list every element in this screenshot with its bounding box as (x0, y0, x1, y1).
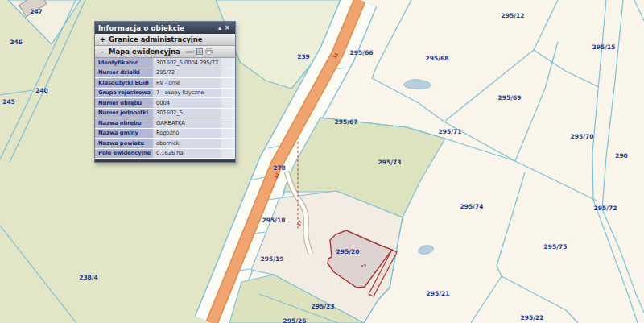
attribute-filler (221, 78, 235, 88)
parcel-number-label: 295/73 (378, 159, 402, 166)
attribute-row: Numer obrębu0004 (95, 98, 235, 109)
parcel-number-label: 295/26 (283, 317, 307, 323)
parcel-number-label: 295/75 (544, 243, 568, 251)
attribute-label: Nazwa powiatu (95, 139, 153, 148)
attribute-filler (221, 58, 235, 68)
popup-title: Informacja o obiekcie (98, 24, 217, 32)
attribute-label: Nazwa gminy (95, 129, 153, 139)
parcel-number-label: 245 (2, 98, 15, 106)
attribute-value: Rogoźno (153, 129, 221, 139)
popup-bottom-bar (95, 159, 235, 162)
expand-plus-icon: + (100, 35, 105, 43)
parcel-number-label: 295/67 (335, 118, 358, 126)
attribute-row: Identyfikator301602_5.0004.295/72 (95, 58, 235, 68)
attribute-label: Numer jednostki (95, 109, 153, 118)
attribute-row: Nazwa obrębuGARBATKA (95, 118, 235, 129)
attribute-filler (221, 149, 235, 159)
parcel-number-label: 295/71 (439, 128, 462, 135)
attribute-filler (221, 68, 235, 78)
section-mapa-ewidencyjna[interactable]: - Mapa ewidencyjna xml (95, 46, 235, 58)
attribute-label: Numer obrębu (95, 98, 153, 108)
parcel-number-label: 247 (30, 8, 43, 15)
attribute-value: 0004 (153, 98, 221, 108)
parcel-number-label: 278 (273, 164, 286, 172)
attribute-label: Grupa rejestrowa (95, 89, 153, 98)
attribute-label: Numer działki (95, 68, 153, 78)
parcel-number-label: 295/20 (336, 248, 360, 255)
attribute-filler (221, 139, 235, 148)
xml-icon[interactable]: xml (186, 49, 195, 54)
parcel-number-label: 295/23 (312, 303, 335, 310)
section-label: Mapa ewidencyjna (109, 48, 180, 56)
attribute-table: Identyfikator301602_5.0004.295/72Numer d… (95, 58, 235, 159)
parcel-number-label: 295/66 (350, 49, 374, 56)
attribute-filler (221, 89, 235, 98)
parcel-number-label: 295/68 (426, 55, 449, 62)
attribute-value: 295/72 (153, 68, 221, 78)
attribute-row: Klasoużytki EGiBRV - orne (95, 78, 235, 89)
parcel-number-label: 239 (297, 53, 310, 60)
attribute-value: 7 - osoby fizyczne (153, 89, 221, 98)
parcel-number-label: 238/4 (79, 274, 98, 281)
attribute-value: 301602_5 (153, 109, 221, 118)
attribute-row: Numer jednostki301602_5 (95, 109, 235, 119)
attribute-row: Numer działki295/72 (95, 68, 235, 79)
parcel-number-label: 295/69 (498, 94, 522, 101)
attribute-filler (221, 118, 235, 128)
print-icon[interactable] (205, 48, 213, 55)
attribute-label: Pole ewidencyjne (95, 149, 153, 159)
parcel-number-label: 246 (10, 39, 23, 46)
attribute-value: 0.1626 ha (153, 149, 221, 159)
attribute-value: 301602_5.0004.295/72 (153, 58, 221, 68)
attribute-label: Identyfikator (95, 58, 153, 68)
info-popup: Informacja o obiekcie ▴ × + Granice admi… (94, 21, 236, 163)
parcel-number-label: 295/15 (592, 43, 616, 51)
parcel-number-label: 295/70 (571, 133, 594, 140)
parcel-number-label: 295/19 (261, 255, 284, 263)
parcel-number-label: 240 (35, 87, 48, 94)
parcel-number-label: 295/72 (594, 205, 617, 212)
attribute-value: obornicki (153, 139, 221, 148)
section-granice-administracyjne[interactable]: + Granice administracyjne (95, 34, 235, 46)
attribute-value: RV - orne (153, 78, 221, 88)
collapse-minus-icon: - (100, 48, 105, 56)
parcel-number-label: 295/74 (460, 203, 484, 210)
parcel-number-label: 295/22 (521, 314, 544, 321)
parcel-number-label: 295/12 (502, 12, 525, 19)
parcel-number-label: 290 (615, 152, 628, 159)
attribute-filler (221, 129, 235, 139)
attribute-value: GARBATKA (153, 118, 221, 128)
collapse-icon[interactable]: ▴ (217, 22, 223, 34)
attribute-label: Nazwa obrębu (95, 118, 153, 128)
red-annotation-label: s1 (361, 263, 366, 268)
attribute-filler (221, 98, 235, 108)
parcel-number-label: 295/21 (427, 290, 450, 297)
section-label: Granice administracyjne (109, 35, 203, 43)
attribute-row: Grupa rejestrowa7 - osoby fizyczne (95, 89, 235, 99)
attribute-row: Pole ewidencyjne0.1626 ha (95, 149, 235, 159)
table-icon[interactable] (196, 48, 203, 55)
attribute-row: Nazwa powiatuobornicki (95, 139, 235, 149)
close-icon[interactable]: × (223, 22, 232, 34)
popup-titlebar[interactable]: Informacja o obiekcie ▴ × (95, 22, 235, 34)
attribute-row: Nazwa gminyRogoźno (95, 129, 235, 139)
attribute-filler (221, 109, 235, 118)
parcel-number-label: 295/18 (262, 217, 286, 224)
attribute-label: Klasoużytki EGiB (95, 78, 153, 88)
